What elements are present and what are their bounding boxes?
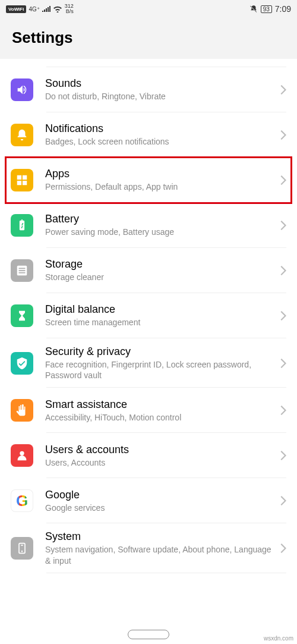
- settings-item-title: Apps: [45, 168, 276, 180]
- settings-item-users-accounts[interactable]: Users & accounts Users, Accounts: [0, 433, 297, 478]
- settings-item-text: System System navigation, Software updat…: [45, 530, 280, 566]
- wifi-icon: [53, 5, 62, 12]
- settings-item-title: Notifications: [45, 122, 276, 135]
- network-speed: 312 B/s: [65, 4, 74, 14]
- user-icon: [11, 444, 33, 467]
- settings-item-title: Sounds: [45, 77, 276, 90]
- settings-item-apps[interactable]: Apps Permissions, Default apps, App twin: [0, 158, 297, 203]
- settings-item-title: System: [45, 530, 276, 543]
- settings-item-sounds[interactable]: Sounds Do not disturb, Ringtone, Vibrate: [0, 67, 297, 112]
- sound-icon: [11, 78, 33, 101]
- settings-item-text: Sounds Do not disturb, Ringtone, Vibrate: [45, 77, 280, 102]
- settings-item-subtitle: Screen time management: [45, 317, 276, 328]
- settings-list[interactable]: Sounds Do not disturb, Ringtone, Vibrate…: [0, 59, 297, 573]
- svg-rect-3: [19, 272, 26, 274]
- settings-item-subtitle: Do not disturb, Ringtone, Vibrate: [45, 91, 276, 102]
- settings-item-subtitle: Google services: [45, 502, 276, 513]
- storage-icon: [11, 259, 33, 282]
- settings-item-subtitle: Face recognition, Fingerprint ID, Lock s…: [45, 359, 276, 381]
- svg-rect-7: [21, 545, 23, 546]
- settings-item-text: Google Google services: [45, 489, 280, 513]
- svg-point-4: [20, 451, 24, 455]
- settings-item-storage[interactable]: Storage Storage cleaner: [0, 248, 297, 293]
- chevron-right-icon: [280, 496, 286, 505]
- svg-point-6: [21, 551, 23, 552]
- settings-item-notifications[interactable]: Notifications Badges, Lock screen notifi…: [0, 112, 297, 158]
- page-title: Settings: [12, 29, 285, 47]
- chevron-right-icon: [280, 406, 286, 415]
- settings-item-smart-assistance[interactable]: Smart assistance Accessibility, HiTouch,…: [0, 388, 297, 433]
- settings-item-subtitle: Badges, Lock screen notifications: [45, 136, 276, 147]
- battery-indicator: 93: [261, 5, 272, 13]
- settings-item-text: Smart assistance Accessibility, HiTouch,…: [45, 398, 280, 423]
- mute-icon: [249, 5, 258, 13]
- settings-item-security-privacy[interactable]: Security & privacy Face recognition, Fin…: [0, 338, 297, 388]
- shield-icon: [11, 352, 33, 375]
- google-icon: G: [11, 489, 33, 512]
- settings-item-digital-balance[interactable]: Digital balance Screen time management: [0, 293, 297, 338]
- status-bar: VoWiFi 4G⁺ 312 B/s 93 7:09: [0, 0, 297, 18]
- chevron-right-icon: [280, 311, 286, 321]
- chevron-right-icon: [280, 130, 286, 140]
- settings-item-subtitle: System navigation, Software update, Abou…: [45, 544, 276, 566]
- chevron-right-icon: [280, 544, 286, 553]
- settings-item-text: Apps Permissions, Default apps, App twin: [45, 168, 280, 192]
- settings-item-title: Storage: [45, 258, 276, 271]
- settings-item-text: Storage Storage cleaner: [45, 258, 280, 282]
- chevron-right-icon: [280, 359, 286, 368]
- vowifi-badge: VoWiFi: [6, 5, 26, 13]
- hand-icon: [11, 399, 33, 422]
- status-right: 93 7:09: [249, 4, 291, 14]
- settings-item-title: Security & privacy: [45, 345, 276, 358]
- signal-label: 4G⁺: [29, 6, 39, 12]
- gesture-nav-indicator[interactable]: [128, 630, 169, 639]
- clock: 7:09: [275, 4, 291, 14]
- settings-item-text: Notifications Badges, Lock screen notifi…: [45, 122, 280, 147]
- battery-icon: [11, 214, 33, 237]
- header: Settings: [0, 18, 297, 59]
- chevron-right-icon: [280, 266, 286, 275]
- settings-item-subtitle: Permissions, Default apps, App twin: [45, 181, 276, 192]
- settings-item-subtitle: Accessibility, HiTouch, Motion control: [45, 412, 276, 423]
- settings-item-title: Users & accounts: [45, 444, 276, 456]
- bell-icon: [11, 124, 33, 146]
- system-icon: [11, 537, 33, 560]
- chevron-right-icon: [280, 85, 286, 95]
- svg-rect-2: [19, 270, 26, 271]
- chevron-right-icon: [280, 175, 286, 185]
- settings-item-text: Battery Power saving mode, Battery usage: [45, 213, 280, 237]
- settings-item-title: Battery: [45, 213, 276, 225]
- signal-icon: [42, 6, 50, 12]
- hourglass-icon: [11, 304, 33, 327]
- watermark: wsxdn.com: [264, 635, 293, 642]
- chevron-right-icon: [280, 221, 286, 230]
- apps-icon: [11, 169, 33, 191]
- settings-item-text: Security & privacy Face recognition, Fin…: [45, 345, 280, 381]
- settings-item-subtitle: Power saving mode, Battery usage: [45, 227, 276, 237]
- settings-item-text: Digital balance Screen time management: [45, 303, 280, 328]
- settings-item-battery[interactable]: Battery Power saving mode, Battery usage: [0, 203, 297, 248]
- partial-row-divider: [46, 59, 286, 67]
- status-left: VoWiFi 4G⁺ 312 B/s: [6, 4, 74, 14]
- settings-item-title: Digital balance: [45, 303, 276, 316]
- settings-item-title: Smart assistance: [45, 398, 276, 411]
- chevron-right-icon: [280, 451, 286, 460]
- svg-rect-1: [19, 268, 26, 269]
- settings-item-subtitle: Storage cleaner: [45, 272, 276, 282]
- settings-item-subtitle: Users, Accounts: [45, 457, 276, 468]
- settings-item-text: Users & accounts Users, Accounts: [45, 444, 280, 468]
- settings-item-title: Google: [45, 489, 276, 501]
- settings-item-system[interactable]: System System navigation, Software updat…: [0, 523, 297, 573]
- settings-item-google[interactable]: G Google Google services: [0, 478, 297, 523]
